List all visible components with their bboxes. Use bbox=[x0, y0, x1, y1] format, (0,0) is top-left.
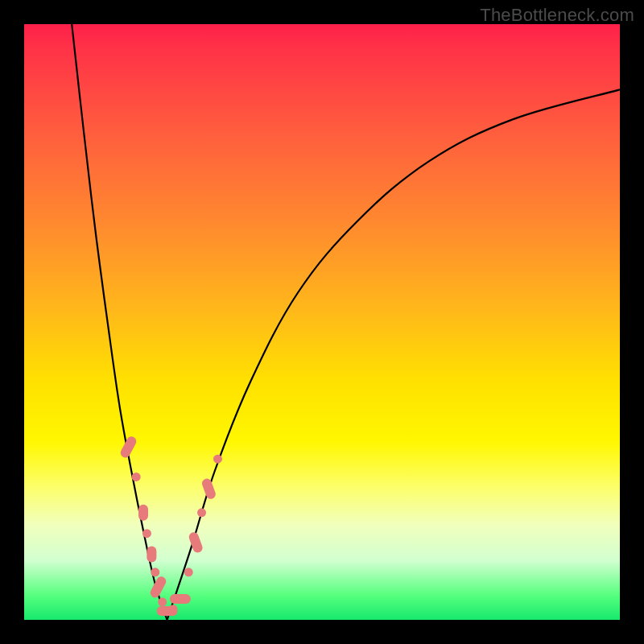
bead-marker bbox=[119, 435, 138, 459]
bead-marker bbox=[197, 508, 206, 517]
bead-marker bbox=[200, 477, 217, 501]
bead-marker bbox=[151, 568, 159, 576]
bead-marker bbox=[138, 505, 148, 521]
bead-marker bbox=[158, 597, 167, 606]
bead-marker bbox=[142, 529, 151, 538]
bead-marker bbox=[169, 605, 178, 613]
left-curve-path bbox=[72, 24, 167, 620]
watermark-text: TheBottleneck.com bbox=[480, 5, 634, 26]
chart-svg bbox=[24, 24, 620, 620]
bead-marker bbox=[132, 473, 141, 481]
bead-marker bbox=[149, 575, 168, 599]
right-curve-path bbox=[167, 89, 620, 620]
bead-marker bbox=[147, 547, 156, 563]
bead-marker bbox=[213, 455, 222, 464]
bead-marker bbox=[184, 568, 193, 576]
chart-plot-area bbox=[24, 24, 620, 620]
beads-group bbox=[119, 435, 222, 616]
bead-marker bbox=[170, 594, 191, 604]
